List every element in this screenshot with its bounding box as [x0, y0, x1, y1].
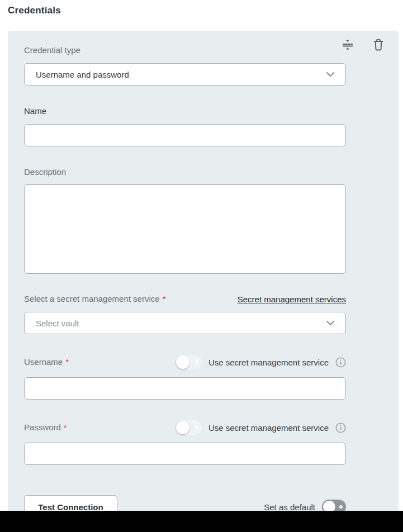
required-asterisk: * — [65, 357, 69, 367]
username-label: Username* — [24, 357, 69, 367]
card-toolbar — [341, 38, 385, 51]
password-label: Password* — [24, 422, 67, 433]
collapse-icon[interactable] — [341, 38, 354, 51]
credential-type-label: Credential type — [24, 45, 346, 55]
description-input[interactable] — [24, 184, 346, 274]
info-icon[interactable] — [335, 357, 346, 368]
vault-label: Select a secret management service* — [24, 294, 165, 304]
chevron-down-icon — [326, 321, 334, 325]
required-asterisk: * — [163, 294, 166, 303]
password-toggle-label: Use secret management service — [208, 423, 329, 433]
toggle-off-ring — [195, 360, 198, 364]
password-secret-toggle-group: Use secret management service — [176, 420, 346, 435]
toggle-off-ring — [339, 505, 343, 509]
description-label: Description — [24, 167, 346, 177]
username-toggle-label: Use secret management service — [208, 358, 329, 367]
secret-management-services-link[interactable]: Secret management services — [238, 294, 346, 304]
name-input[interactable] — [24, 124, 346, 146]
vault-select[interactable]: Select vault — [24, 312, 346, 334]
username-input[interactable] — [24, 377, 346, 400]
info-icon[interactable] — [335, 422, 346, 433]
password-secret-toggle[interactable] — [176, 420, 202, 435]
credential-type-value: Username and password — [36, 70, 129, 79]
name-label: Name — [24, 106, 346, 116]
trash-icon[interactable] — [372, 38, 385, 51]
credential-type-select[interactable]: Username and password — [24, 63, 346, 86]
username-secret-toggle-group: Use secret management service — [176, 355, 346, 369]
toggle-off-ring — [195, 426, 198, 429]
password-input[interactable] — [24, 443, 346, 465]
page-title: Credentials — [8, 5, 61, 16]
vault-placeholder: Select vault — [36, 319, 79, 328]
credential-card: Credential type Username and password Na… — [8, 31, 399, 532]
username-secret-toggle[interactable] — [176, 355, 202, 369]
set-default-label: Set as default — [264, 502, 315, 512]
toggle-thumb — [176, 355, 189, 369]
chevron-down-icon — [326, 72, 334, 77]
toggle-thumb — [176, 421, 189, 434]
required-asterisk: * — [64, 422, 67, 432]
bottom-black-bar — [0, 511, 403, 532]
